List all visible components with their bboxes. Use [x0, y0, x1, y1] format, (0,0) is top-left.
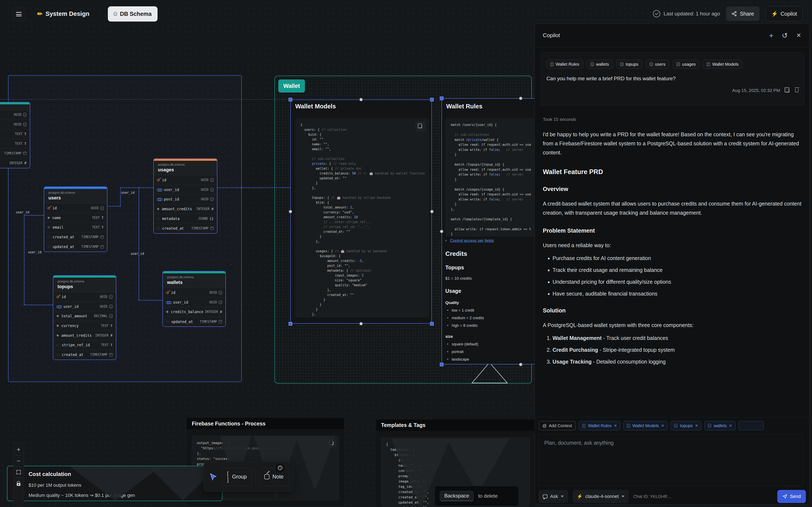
doc-icon	[550, 62, 553, 66]
selection-handle[interactable]	[430, 98, 434, 101]
table-field-row[interactable]: idUUID	[154, 175, 217, 185]
remove-chip-icon[interactable]: ×	[729, 423, 732, 429]
selection-handle[interactable]	[430, 210, 434, 213]
table-field-row[interactable]: post_idUUID	[154, 194, 217, 204]
table-field-row[interactable]: created_atTIMESTAMP	[53, 350, 116, 360]
lock-canvas-button[interactable]	[14, 479, 23, 489]
wallet-group-label[interactable]: Wallet	[278, 79, 305, 93]
selection-handle[interactable]	[440, 230, 444, 233]
close-panel-button[interactable]: ✕	[796, 33, 801, 39]
table-field-row[interactable]: INTEGER#	[0, 158, 30, 168]
composer-context-chip-wallets[interactable]: wallets×	[704, 421, 735, 430]
zoom-out-button[interactable]: −	[14, 456, 23, 466]
context-chip-wallets[interactable]: wallets	[587, 60, 613, 69]
table-field-row[interactable]: credits_balanceINTEGER#	[163, 307, 225, 317]
menu-button[interactable]	[12, 7, 26, 21]
composer-divider	[535, 417, 809, 417]
add-context-button[interactable]: @ Add Context	[539, 421, 576, 430]
table-field-row[interactable]: amount_creditsINTEGER#	[154, 204, 217, 214]
selection-handle[interactable]	[289, 98, 292, 101]
selection-handle[interactable]	[440, 97, 444, 100]
field-type-icon: T	[101, 225, 104, 229]
table-field-row[interactable]: currencyTEXTT	[53, 321, 116, 331]
fit-view-button[interactable]	[14, 467, 23, 477]
remove-chip-icon[interactable]: ×	[661, 423, 664, 429]
control-access-link[interactable]: Control access per fields	[450, 238, 494, 243]
tab-db-schema[interactable]: DB Schema	[108, 6, 158, 21]
table-field-row[interactable]: TIMESTAMP	[0, 149, 30, 158]
mode-select[interactable]: Ask	[539, 490, 568, 503]
table-field-row[interactable]: total_amountDECIMAL	[53, 312, 116, 321]
table-field-row[interactable]: UUID	[0, 120, 30, 129]
zoom-in-button[interactable]: +	[14, 445, 23, 454]
selection-handle[interactable]	[519, 97, 522, 100]
table-field-row[interactable]: updated_atTIMESTAMP	[163, 317, 225, 327]
selection-handle[interactable]	[519, 363, 522, 366]
table-field-row[interactable]: metadataJSONB{}	[154, 214, 217, 224]
composer-context-chip-topups[interactable]: topups×	[670, 421, 701, 430]
selection-handle[interactable]	[359, 322, 363, 326]
response-numbered-item: Usage Tracking - Detailed consumption lo…	[553, 358, 804, 365]
erd-table-usages[interactable]: postgres.db.schemausagesidUUIDuser_idUUI…	[153, 158, 217, 234]
context-chip-wallet-rules[interactable]: Wallet Rules	[546, 60, 583, 69]
link-icon	[166, 301, 170, 303]
selection-handle[interactable]	[440, 363, 444, 366]
link-icon	[157, 198, 161, 201]
erd-table-topups[interactable]: postgres.db.schematopupsidUUIDuser_idUUI…	[53, 275, 116, 360]
context-chip-users[interactable]: users	[646, 60, 669, 69]
table-field-row[interactable]: TEXTT	[0, 139, 30, 149]
context-chip-usages[interactable]: usages	[673, 60, 700, 69]
table-field-row[interactable]: idUUID	[44, 204, 107, 213]
wallet-rules-doc: • Control access per fields Credits Topu…	[445, 238, 532, 362]
share-button[interactable]: Share	[726, 7, 760, 21]
table-field-row[interactable]: created_atTIMESTAMP	[154, 224, 217, 233]
table-field-row[interactable]: idUUID	[163, 288, 225, 298]
copy-code-button[interactable]	[415, 121, 425, 131]
table-field-row[interactable]: idUUID	[53, 292, 116, 302]
table-field-row[interactable]: TEXTT	[0, 129, 30, 139]
erd-table-users[interactable]: postgres.db.schemausersidUUIDnameTEXTTem…	[44, 186, 107, 252]
table-field-row[interactable]: user_idUUID	[53, 302, 116, 312]
composer-context-chip-wallet-rules[interactable]: Wallet Rules×	[579, 421, 620, 430]
table-field-row[interactable]: UUID	[0, 110, 30, 120]
context-chip-topups[interactable]: topups	[616, 60, 643, 69]
erd-table-partial[interactable]: UUIDUUIDTEXTTTEXTTTIMESTAMPINTEGER#	[0, 102, 30, 168]
wallet-models-codebox[interactable]: { users: { // collection $uid: { id: "" …	[295, 118, 429, 318]
send-button[interactable]: Send	[777, 490, 806, 503]
table-field-row[interactable]: user_idUUID	[163, 298, 225, 307]
table-field-row[interactable]: amount_creditsINTEGER#	[53, 331, 116, 340]
selection-handle[interactable]	[289, 322, 292, 326]
group-button[interactable]: [ ] Group	[222, 468, 252, 486]
context-chip-wallet-models[interactable]: Wallet Models	[703, 60, 743, 69]
copy-message-button[interactable]	[786, 88, 790, 93]
table-field-row[interactable]: nameTEXTT	[44, 213, 107, 223]
delete-message-button[interactable]	[795, 89, 799, 92]
table-field-row[interactable]: stripe_ref_idTEXTT	[53, 340, 116, 350]
new-chat-button[interactable]: +	[769, 32, 773, 39]
selection-handle[interactable]	[359, 98, 363, 101]
composer-context-chip-wallet-models[interactable]: Wallet Models×	[623, 421, 668, 430]
model-select[interactable]: ⚡ claude-4-sonnet	[573, 490, 629, 503]
style-palette-button[interactable]	[275, 462, 286, 473]
fit-view-icon	[16, 470, 21, 474]
cursor-icon[interactable]	[209, 472, 217, 482]
chat-input[interactable]: Plan, document, ask anything	[539, 434, 803, 486]
field-type: TIMESTAMP	[82, 235, 99, 239]
field-type: INTEGER	[9, 161, 22, 165]
table-field-row[interactable]: emailTEXTT	[44, 223, 107, 232]
selection-handle[interactable]	[430, 322, 434, 326]
table-field-row[interactable]: user_idUUID	[154, 185, 217, 195]
copilot-toggle-button[interactable]: ⚡ Copilot	[765, 6, 803, 21]
table-field-row[interactable]: updated_atTIMESTAMP	[44, 242, 107, 251]
zoom-toolbar: + −	[13, 443, 24, 507]
erd-table-wallets[interactable]: postgres.db.schemawalletsidUUIDuser_idUU…	[162, 271, 226, 327]
chat-history-button[interactable]: ↺	[782, 32, 788, 39]
chip-label: Wallet Rules	[556, 62, 579, 67]
note-button[interactable]: Note	[259, 468, 289, 486]
remove-chip-icon[interactable]: ×	[695, 423, 698, 429]
wallet-models-card[interactable]: Wallet Models { users: { // collection $…	[290, 100, 432, 324]
doc-bullet-item: landscape	[445, 357, 532, 362]
remove-chip-icon[interactable]: ×	[614, 423, 617, 429]
selection-handle[interactable]	[289, 210, 292, 213]
table-field-row[interactable]: created_atTIMESTAMP	[44, 232, 107, 242]
